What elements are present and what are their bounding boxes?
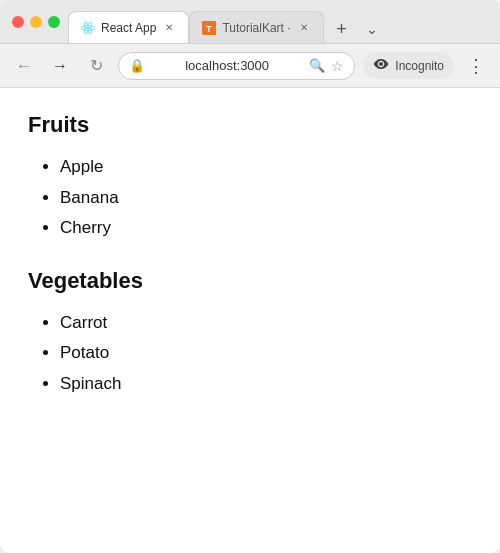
- svg-text:T: T: [207, 24, 213, 34]
- tab-react-title: React App: [101, 21, 156, 35]
- svg-point-0: [87, 26, 90, 29]
- tab-react-app[interactable]: React App ✕: [68, 11, 189, 43]
- close-button[interactable]: [12, 16, 24, 28]
- title-bar: React App ✕ T TutorialKart · ✕ + ⌄: [0, 0, 500, 44]
- back-button[interactable]: ←: [10, 52, 38, 80]
- bookmark-icon: ☆: [331, 58, 344, 74]
- vegetables-heading: Vegetables: [28, 268, 472, 294]
- tab-tutorialkart[interactable]: T TutorialKart · ✕: [189, 11, 323, 43]
- list-item: Banana: [60, 183, 472, 214]
- maximize-button[interactable]: [48, 16, 60, 28]
- list-item: Potato: [60, 338, 472, 369]
- react-favicon: [81, 21, 95, 35]
- fruits-list: Apple Banana Cherry: [28, 152, 472, 244]
- traffic-lights: [12, 16, 60, 28]
- tab-tutorialkart-title: TutorialKart ·: [222, 21, 290, 35]
- incognito-label: Incognito: [395, 59, 444, 73]
- address-bar[interactable]: 🔒 localhost:3000 🔍 ☆: [118, 52, 355, 80]
- forward-button[interactable]: →: [46, 52, 74, 80]
- tab-react-close[interactable]: ✕: [162, 21, 176, 35]
- address-text: localhost:3000: [151, 58, 303, 73]
- list-item: Apple: [60, 152, 472, 183]
- minimize-button[interactable]: [30, 16, 42, 28]
- zoom-icon: 🔍: [309, 58, 325, 73]
- fruits-heading: Fruits: [28, 112, 472, 138]
- list-item: Spinach: [60, 369, 472, 400]
- tabs-container: React App ✕ T TutorialKart · ✕ + ⌄: [68, 0, 488, 43]
- nav-bar: ← → ↻ 🔒 localhost:3000 🔍 ☆ Incognito ⋮: [0, 44, 500, 88]
- list-item: Carrot: [60, 308, 472, 339]
- incognito-badge: Incognito: [363, 52, 454, 79]
- reload-button[interactable]: ↻: [82, 52, 110, 80]
- lock-icon: 🔒: [129, 58, 145, 73]
- browser-menu-button[interactable]: ⋮: [462, 52, 490, 80]
- list-item: Cherry: [60, 213, 472, 244]
- tutorialkart-favicon: T: [202, 21, 216, 35]
- tab-tutorialkart-close[interactable]: ✕: [297, 21, 311, 35]
- new-tab-button[interactable]: +: [328, 15, 356, 43]
- browser-window: React App ✕ T TutorialKart · ✕ + ⌄ ← → ↻: [0, 0, 500, 553]
- vegetables-list: Carrot Potato Spinach: [28, 308, 472, 400]
- page-content: Fruits Apple Banana Cherry Vegetables Ca…: [0, 88, 500, 553]
- tab-extend-button[interactable]: ⌄: [360, 15, 384, 43]
- incognito-icon: [373, 56, 389, 75]
